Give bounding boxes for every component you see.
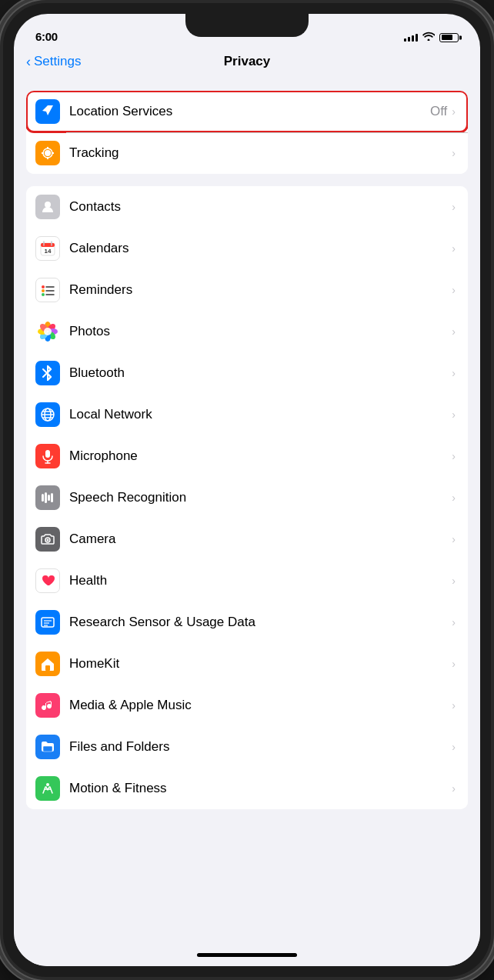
motion-fitness-label: Motion & Fitness — [69, 781, 452, 796]
nav-header: ‹ Settings Privacy — [14, 48, 480, 78]
svg-rect-43 — [45, 665, 50, 671]
camera-icon — [35, 527, 60, 552]
media-music-item[interactable]: Media & Apple Music › — [26, 685, 468, 726]
signal-bar-3 — [412, 35, 414, 42]
tracking-item[interactable]: Tracking › — [26, 132, 468, 174]
homekit-chevron: › — [452, 658, 456, 670]
reminders-item[interactable]: Reminders › — [26, 269, 468, 311]
contacts-icon — [35, 195, 60, 219]
content-scroll[interactable]: Location Services Off › — [14, 78, 480, 943]
speech-recognition-item[interactable]: Speech Recognition › — [26, 477, 468, 518]
screen: 6:00 — [14, 14, 480, 966]
speech-recognition-label: Speech Recognition — [69, 490, 452, 505]
battery-icon — [439, 33, 459, 42]
svg-rect-34 — [45, 492, 47, 503]
files-folders-item[interactable]: Files and Folders › — [26, 726, 468, 768]
microphone-item[interactable]: Microphone › — [26, 435, 468, 477]
location-services-value: Off — [430, 104, 447, 119]
local-network-chevron: › — [452, 408, 456, 421]
camera-chevron: › — [452, 533, 456, 545]
camera-item[interactable]: Camera › — [26, 518, 468, 560]
microphone-label: Microphone — [69, 448, 452, 464]
research-item[interactable]: Research Sensor & Usage Data › — [26, 602, 468, 643]
speech-recognition-chevron: › — [452, 492, 456, 504]
svg-text:14: 14 — [45, 248, 52, 255]
bluetooth-icon — [35, 361, 60, 385]
page-title: Privacy — [224, 54, 271, 69]
svg-point-9 — [42, 289, 45, 292]
bluetooth-item[interactable]: Bluetooth › — [26, 352, 468, 394]
calendars-chevron: › — [452, 242, 456, 255]
svg-point-23 — [44, 328, 52, 335]
health-item[interactable]: Health › — [26, 560, 468, 602]
location-services-chevron: › — [452, 105, 456, 118]
svg-rect-30 — [45, 450, 50, 458]
back-chevron-icon: ‹ — [26, 54, 31, 70]
svg-point-10 — [42, 293, 45, 296]
motion-fitness-item[interactable]: Motion & Fitness › — [26, 768, 468, 809]
tracking-chevron: › — [452, 147, 456, 159]
svg-point-0 — [45, 150, 51, 156]
motion-fitness-chevron: › — [452, 782, 456, 795]
camera-label: Camera — [69, 532, 452, 547]
calendars-item[interactable]: 14 Calendars › — [26, 228, 468, 269]
home-bar — [197, 953, 297, 957]
local-network-item[interactable]: Local Network › — [26, 394, 468, 435]
svg-point-45 — [46, 783, 49, 786]
svg-point-38 — [47, 539, 49, 542]
location-services-label: Location Services — [69, 104, 430, 119]
notch — [185, 14, 309, 37]
location-services-item[interactable]: Location Services Off › — [26, 91, 468, 132]
bluetooth-chevron: › — [452, 367, 456, 379]
status-icons — [404, 32, 459, 43]
photos-item[interactable]: Photos › — [26, 311, 468, 352]
signal-bar-4 — [416, 34, 418, 42]
research-icon — [35, 610, 60, 635]
microphone-chevron: › — [452, 450, 456, 462]
back-label[interactable]: Settings — [34, 54, 81, 69]
contacts-item[interactable]: Contacts › — [26, 186, 468, 228]
tracking-label: Tracking — [69, 145, 452, 161]
svg-rect-4 — [41, 243, 55, 247]
files-icon — [35, 735, 60, 759]
svg-rect-44 — [43, 746, 52, 752]
health-chevron: › — [452, 575, 456, 587]
calendars-label: Calendars — [69, 241, 452, 256]
signal-bar-2 — [408, 37, 410, 42]
reminders-icon — [35, 278, 60, 302]
calendars-icon: 14 — [35, 236, 60, 261]
svg-rect-33 — [42, 494, 44, 502]
battery-fill — [442, 35, 452, 40]
phone-frame: 6:00 — [0, 0, 494, 980]
photos-label: Photos — [69, 324, 452, 339]
svg-rect-36 — [51, 493, 53, 502]
privacy-section: Contacts › 14 — [26, 186, 468, 809]
photos-chevron: › — [452, 325, 456, 338]
fitness-icon — [35, 776, 60, 801]
homekit-label: HomeKit — [69, 656, 452, 672]
research-label: Research Sensor & Usage Data — [69, 615, 452, 630]
health-icon — [35, 568, 60, 593]
speech-icon — [35, 485, 60, 510]
files-folders-label: Files and Folders — [69, 739, 452, 755]
health-label: Health — [69, 573, 452, 588]
local-network-label: Local Network — [69, 407, 452, 422]
media-music-chevron: › — [452, 699, 456, 712]
home-indicator — [14, 943, 480, 966]
files-folders-chevron: › — [452, 741, 456, 753]
mic-icon — [35, 444, 60, 468]
reminders-chevron: › — [452, 284, 456, 296]
home-icon — [35, 652, 60, 676]
signal-bars — [404, 34, 418, 42]
location-icon — [35, 99, 60, 124]
contacts-chevron: › — [452, 201, 456, 213]
homekit-item[interactable]: HomeKit › — [26, 643, 468, 685]
status-time: 6:00 — [35, 30, 58, 43]
contacts-label: Contacts — [69, 199, 452, 215]
back-button[interactable]: ‹ Settings — [26, 54, 81, 70]
tracking-icon — [35, 141, 60, 165]
globe-icon — [35, 402, 60, 427]
svg-point-8 — [42, 285, 45, 288]
wifi-icon — [422, 32, 435, 43]
music-icon — [35, 693, 60, 718]
